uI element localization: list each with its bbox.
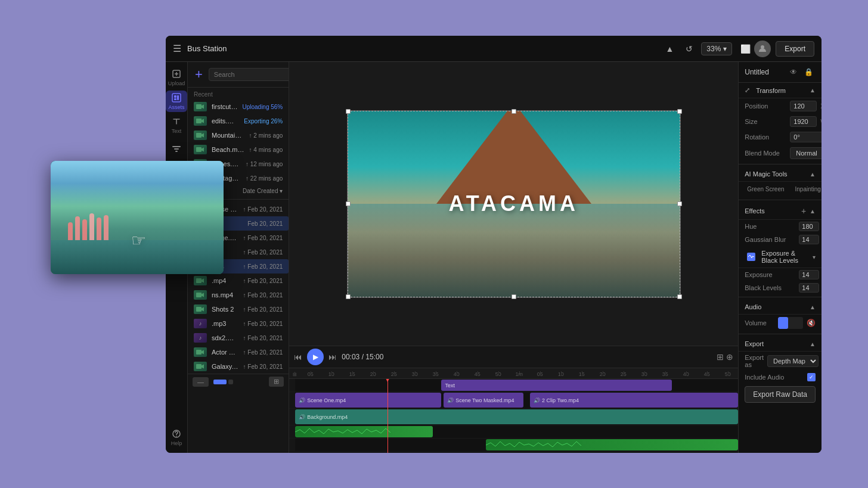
panel-header: Untitled 👁 🔒 [739, 62, 822, 83]
list-item[interactable]: Actor 2.mp4 ↑ Feb 20, 2021 [188, 345, 289, 359]
list-item[interactable]: Shots 2 ↑ Feb 20, 2021 [188, 302, 289, 316]
exposure-input[interactable] [799, 270, 819, 279]
list-item[interactable]: firstcut.mp4 Uploading 56% [188, 100, 289, 114]
list-item[interactable]: ♪ sdx2.mp3 ↑ Feb 20, 2021 [188, 331, 289, 345]
position-x-input[interactable] [790, 101, 817, 111]
add-asset-btn[interactable]: + [193, 68, 205, 81]
screen-btn[interactable]: ⬜ [737, 42, 754, 56]
lock-icon-btn[interactable]: 🔒 [802, 67, 816, 77]
rotation-input[interactable] [790, 132, 822, 142]
hand-tool-btn[interactable]: ↺ [682, 42, 696, 56]
sidebar-text-btn[interactable]: Text [166, 114, 187, 136]
blend-mode-select[interactable]: Normal [790, 147, 822, 159]
sidebar-filter-btn[interactable] [166, 138, 187, 160]
cursor-hand: ☞ [131, 231, 146, 250]
list-item[interactable]: Mountains.mp4 ↑ 2 mins ago [188, 128, 289, 142]
top-export-btn[interactable]: Export [776, 41, 814, 57]
section-divider [739, 334, 822, 334]
playhead[interactable] [388, 379, 388, 453]
skip-back-btn[interactable]: ⏮ [294, 352, 302, 362]
asset-status: ↑ 4 mins ago [249, 147, 283, 153]
list-item[interactable]: Galaxy.mp4 ↑ Feb 20, 2021 [188, 359, 289, 374]
list-item[interactable]: ♪ .mp3 ↑ Feb 20, 2021 [188, 316, 289, 331]
tab-inpainting[interactable]: InpaintingAI [790, 184, 822, 195]
ruler-marks: ⊞ 05 10 15 20 25 30 35 40 45 50 1m 05 10 [289, 368, 738, 378]
recent-label: Recent [188, 88, 289, 100]
rotation-row: Rotation ↺ [739, 129, 822, 145]
transform-section-header[interactable]: ⤢ Transform ▲ [739, 83, 822, 98]
mini-btn-right[interactable]: ⊞ [269, 377, 284, 387]
clip-two[interactable]: 🔊 2 Clip Two.mp4 [530, 393, 738, 408]
export-raw-btn[interactable]: Export Raw Data [745, 386, 816, 403]
svg-point-12 [176, 436, 177, 437]
volume-bar[interactable] [778, 317, 803, 329]
svg-rect-14 [196, 119, 202, 123]
zoom-selector[interactable]: 33% ▾ [701, 42, 732, 55]
clip-audio1[interactable] [295, 426, 432, 437]
blend-mode-row: Blend Mode Normal % [739, 145, 822, 161]
sidebar-upload-btn[interactable]: Upload [166, 67, 187, 88]
exposure-row: Exposure ▲ [739, 268, 822, 281]
eye-icon-btn[interactable]: 👁 [788, 67, 799, 77]
time-display: 00:03 / 15:00 [342, 353, 383, 361]
asset-status: ↑ 22 mins ago [246, 175, 283, 182]
ai-magic-header[interactable]: AI Magic Tools ▲ [739, 167, 822, 182]
skip-forward-btn[interactable]: ⏭ [328, 352, 337, 362]
asset-name: Mountains.mp4 [212, 132, 244, 139]
play-btn[interactable]: ▶ [307, 349, 324, 365]
right-panel: Untitled 👁 🔒 ⤢ Transform ▲ Position X Y [738, 62, 822, 453]
cursor-tool-btn[interactable]: ▲ [662, 42, 677, 56]
svg-rect-15 [196, 133, 202, 138]
include-audio-checkbox[interactable]: ✓ [807, 373, 816, 381]
export-section: Export as Depth Map MP4 Include Audio ✓ … [739, 352, 822, 410]
track-row-audio1 [289, 425, 738, 439]
svg-rect-28 [196, 364, 202, 369]
hue-input[interactable] [799, 222, 819, 231]
volume-row: Volume 🔇 [739, 315, 822, 331]
asset-thumb-video [194, 145, 207, 154]
sidebar-help-btn[interactable]: Help [166, 427, 187, 448]
menu-icon[interactable]: ☰ [173, 43, 181, 54]
hue-row: Hue ▲ 👁 [739, 220, 822, 233]
list-item[interactable]: edits.mov Exporting 26% [188, 114, 289, 128]
track-row-text: Text [289, 379, 738, 392]
effects-header[interactable]: Effects + ▲ [739, 203, 822, 220]
svg-rect-26 [196, 307, 202, 312]
section-divider [739, 164, 822, 164]
clip-scene-two[interactable]: 🔊 Scene Two Masked.mp4 [444, 393, 523, 408]
include-audio-row: Include Audio ✓ [739, 371, 822, 384]
tab-green-screen[interactable]: Green Screen [742, 184, 789, 195]
effects-add-btn[interactable]: + [801, 206, 806, 216]
date-sort[interactable]: Date Created ▾ [243, 188, 283, 194]
clip-text[interactable]: Text [441, 380, 671, 391]
tl-add-track-btn[interactable]: ⊞ [717, 352, 724, 362]
exposure-header[interactable]: Exposure & Black Levels ▾ [739, 246, 822, 268]
asset-status: Uploading 56% [242, 104, 283, 110]
export-format1-select[interactable]: Depth Map [767, 355, 819, 367]
panel-title: Untitled [745, 68, 769, 76]
asset-name: firstcut.mp4 [212, 103, 237, 110]
clip-audio2[interactable] [486, 439, 739, 450]
export-section-header[interactable]: Export ▲ [739, 337, 822, 352]
size-row: Size W H 0 [739, 114, 822, 129]
list-item[interactable]: ns.mp4 ↑ Feb 20, 2021 [188, 288, 289, 302]
preview-frame: ATACAMA [347, 110, 681, 298]
track-row-audio2 [289, 439, 738, 452]
black-levels-input[interactable] [799, 283, 819, 293]
asset-thumb-video [194, 130, 207, 140]
svg-rect-27 [196, 350, 202, 355]
mini-btn-left[interactable]: — [193, 377, 209, 387]
sidebar-assets-btn[interactable]: Assets [166, 91, 187, 112]
top-bar: ☰ Bus Station ▲ ↺ 33% ▾ ⬜ Export [166, 36, 822, 62]
gaussian-blur-input[interactable] [799, 235, 819, 244]
audio-section-header[interactable]: Audio ▲ [739, 300, 822, 315]
size-w-input[interactable] [790, 116, 817, 127]
list-item[interactable]: Beach.mp4 ↑ 4 mins ago [188, 142, 289, 157]
mute-icon[interactable]: 🔇 [807, 319, 816, 327]
clip-background[interactable]: 🔊 Background.mp4 [295, 409, 738, 424]
user-avatar[interactable] [754, 41, 771, 57]
list-item[interactable]: .mp4 ↑ Feb 20, 2021 [188, 273, 289, 288]
tl-zoom-in-btn[interactable]: ⊕ [726, 352, 733, 362]
clip-scene-one[interactable]: 🔊 Scene One.mp4 [295, 393, 441, 408]
search-input[interactable] [209, 68, 289, 81]
